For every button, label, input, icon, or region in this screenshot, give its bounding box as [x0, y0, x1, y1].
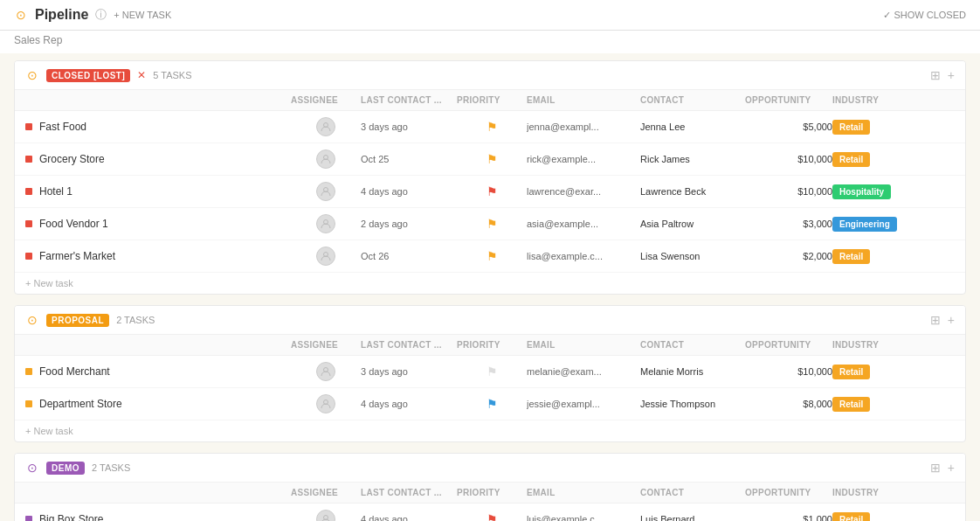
- col-header-1-7: INDUSTRY: [832, 340, 928, 350]
- assignee-cell-0-1: [291, 149, 361, 169]
- contact-cell-0-4: Lisa Swenson: [640, 251, 745, 261]
- priority-cell-0-4[interactable]: ⚑: [457, 249, 527, 263]
- priority-flag-0-2: ⚑: [487, 184, 498, 198]
- priority-cell-0-0[interactable]: ⚑: [457, 120, 527, 134]
- opportunity-cell-2-0: $1,000: [745, 514, 832, 521]
- priority-cell-0-2[interactable]: ⚑: [457, 184, 527, 198]
- section-label-closed-lost: CLOSED [LOST]: [46, 69, 130, 82]
- industry-badge-0-4: Retail: [832, 249, 870, 264]
- priority-cell-1-1[interactable]: ⚑: [457, 397, 527, 411]
- col-header-0-2: LAST CONTACT ...: [361, 95, 457, 105]
- last-contact-0-3: 2 days ago: [361, 219, 457, 229]
- task-name-text-1-0: Food Merchant: [39, 365, 110, 378]
- task-name-2-0[interactable]: Big Box Store: [25, 513, 291, 521]
- col-header-0-3: PRIORITY: [457, 95, 527, 105]
- grid-icon-proposal[interactable]: ⊞: [930, 313, 941, 327]
- col-header-1-6: OPPORTUNITY: [745, 340, 832, 350]
- header-left: ⊙ Pipeline ⓘ + NEW TASK: [14, 7, 171, 23]
- section-closed-lost: ⊙ CLOSED [LOST] ✕ 5 TASKS ⊞ + ASSIGNEELA…: [14, 60, 966, 295]
- section-demo: ⊙ DEMO 2 TASKS ⊞ + ASSIGNEELAST CONTACT …: [14, 453, 966, 521]
- task-name-0-2[interactable]: Hotel 1: [25, 185, 291, 198]
- add-task-btn-demo[interactable]: +: [948, 461, 955, 475]
- priority-cell-1-0[interactable]: ⚑: [457, 365, 527, 379]
- col-headers-closed-lost: ASSIGNEELAST CONTACT ...PRIORITYEMAILCON…: [15, 90, 965, 111]
- last-contact-0-1: Oct 25: [361, 154, 457, 164]
- priority-cell-0-1[interactable]: ⚑: [457, 152, 527, 166]
- task-row-0-4: Farmer's Market Oct 26 ⚑ lisa@example.c.…: [15, 240, 965, 273]
- col-header-2-5: CONTACT: [640, 488, 745, 497]
- grid-icon-closed-lost[interactable]: ⊞: [930, 68, 941, 82]
- assignee-avatar-0-3[interactable]: [316, 214, 335, 233]
- close-section-icon[interactable]: ✕: [137, 69, 146, 81]
- contact-cell-1-0: Melanie Morris: [640, 366, 745, 377]
- opportunity-cell-0-0: $5,000: [745, 122, 832, 132]
- col-header-0-0: [25, 95, 291, 105]
- task-name-text-0-3: Food Vendor 1: [39, 218, 108, 230]
- col-header-0-4: EMAIL: [527, 95, 640, 105]
- col-header-0-1: ASSIGNEE: [291, 95, 361, 105]
- email-cell-0-3: asia@example...: [527, 219, 640, 229]
- opportunity-cell-0-2: $10,000: [745, 186, 832, 197]
- col-header-0-5: CONTACT: [640, 95, 745, 105]
- contact-cell-0-2: Lawrence Beck: [640, 186, 745, 197]
- info-icon[interactable]: ⓘ: [95, 7, 107, 23]
- priority-flag-0-4: ⚑: [487, 249, 498, 263]
- last-contact-1-1: 4 days ago: [361, 399, 457, 409]
- assignee-avatar-2-0[interactable]: [316, 510, 335, 521]
- assignee-avatar-1-1[interactable]: [316, 394, 335, 413]
- industry-badge-1-0: Retail: [832, 365, 870, 379]
- assignee-avatar-0-1[interactable]: [316, 149, 335, 169]
- task-name-0-1[interactable]: Grocery Store: [25, 153, 291, 165]
- task-name-0-0[interactable]: Fast Food: [25, 121, 291, 133]
- priority-cell-2-0[interactable]: ⚑: [457, 512, 527, 521]
- grid-icon-demo[interactable]: ⊞: [930, 461, 941, 475]
- collapse-btn-closed-lost[interactable]: ⊙: [25, 68, 39, 82]
- collapse-btn-proposal[interactable]: ⊙: [25, 313, 39, 327]
- industry-cell-1-0: Retail: [832, 365, 928, 378]
- col-header-2-7: INDUSTRY: [832, 488, 928, 497]
- priority-cell-0-3[interactable]: ⚑: [457, 217, 527, 231]
- section-count-proposal: 2 TASKS: [116, 315, 155, 325]
- col-header-2-1: ASSIGNEE: [291, 488, 361, 497]
- add-task-btn-proposal[interactable]: +: [948, 313, 955, 327]
- new-task-row-closed-lost[interactable]: + New task: [15, 273, 965, 294]
- assignee-avatar-0-4[interactable]: [316, 247, 335, 266]
- assignee-avatar-0-0[interactable]: [316, 117, 335, 136]
- priority-flag-2-0: ⚑: [487, 512, 498, 521]
- section-header-demo: ⊙ DEMO 2 TASKS ⊞ +: [15, 454, 965, 483]
- task-name-0-4[interactable]: Farmer's Market: [25, 250, 291, 262]
- add-task-btn-closed-lost[interactable]: +: [948, 68, 955, 82]
- assignee-avatar-0-2[interactable]: [316, 182, 335, 201]
- contact-cell-0-3: Asia Paltrow: [640, 219, 745, 229]
- collapse-btn-demo[interactable]: ⊙: [25, 461, 39, 475]
- task-name-0-3[interactable]: Food Vendor 1: [25, 218, 291, 230]
- new-task-button[interactable]: + NEW TASK: [114, 10, 171, 20]
- task-dot-0-2: [25, 188, 32, 195]
- last-contact-1-0: 3 days ago: [361, 366, 457, 377]
- industry-badge-0-3: Engineering: [832, 217, 897, 232]
- industry-cell-0-0: Retail: [832, 121, 928, 133]
- col-header-1-2: LAST CONTACT ...: [361, 340, 457, 350]
- task-name-1-0[interactable]: Food Merchant: [25, 365, 291, 378]
- contact-cell-0-0: Jenna Lee: [640, 122, 745, 132]
- section-count-closed-lost: 5 TASKS: [153, 70, 191, 80]
- opportunity-cell-0-3: $3,000: [745, 219, 832, 229]
- priority-flag-0-0: ⚑: [487, 120, 498, 134]
- priority-flag-0-3: ⚑: [487, 217, 498, 231]
- task-name-1-1[interactable]: Department Store: [25, 398, 291, 410]
- pipeline-collapse-icon[interactable]: ⊙: [14, 8, 28, 22]
- industry-cell-1-1: Retail: [832, 398, 928, 410]
- contact-cell-0-1: Rick James: [640, 154, 745, 164]
- email-cell-0-4: lisa@example.c...: [527, 251, 640, 261]
- new-task-row-proposal[interactable]: + New task: [15, 420, 965, 441]
- task-dot-1-0: [25, 368, 32, 375]
- industry-cell-0-2: Hospitality: [832, 185, 928, 198]
- show-closed-button[interactable]: ✓ SHOW CLOSED: [883, 10, 966, 21]
- assignee-avatar-1-0[interactable]: [316, 362, 335, 381]
- task-name-text-1-1: Department Store: [39, 398, 122, 410]
- email-cell-2-0: luis@example.c...: [527, 514, 640, 521]
- email-cell-1-0: melanie@exam...: [527, 366, 640, 377]
- col-header-1-8: [928, 340, 955, 350]
- opportunity-cell-1-0: $10,000: [745, 366, 832, 377]
- task-row-0-0: Fast Food 3 days ago ⚑ jenna@exampl... J…: [15, 111, 965, 143]
